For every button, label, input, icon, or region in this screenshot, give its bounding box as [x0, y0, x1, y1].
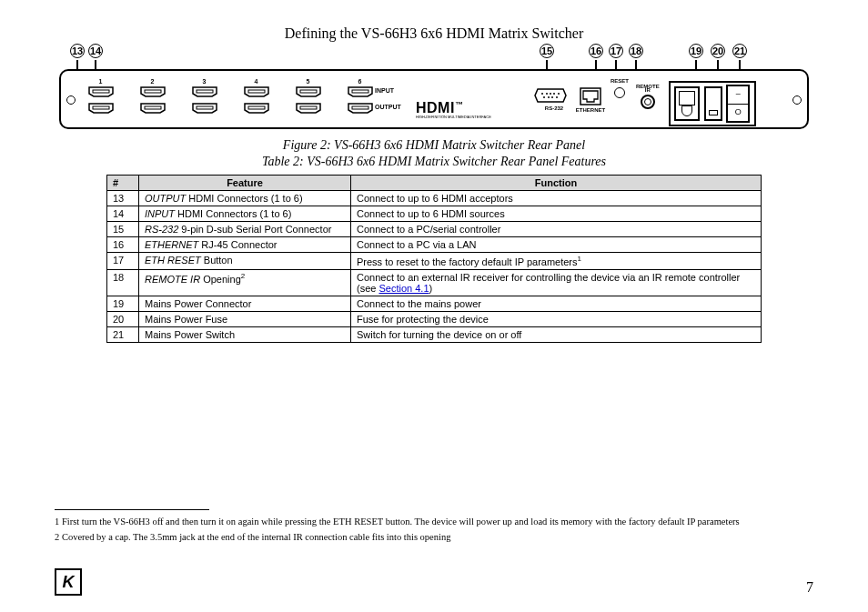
cell-function: Connect to an external IR receiver for c…	[351, 269, 762, 296]
page-number: 7	[806, 579, 813, 596]
cell-num: 21	[107, 326, 139, 342]
callout-20: 20	[711, 44, 725, 58]
callout-14: 14	[88, 44, 103, 58]
cell-function: Switch for turning the device on or off	[351, 326, 762, 342]
col-header-function: Function	[351, 176, 762, 191]
port-num-1: 1	[79, 78, 122, 85]
cell-function: Fuse for protecting the device	[351, 311, 762, 326]
table-row: 20Mains Power FuseFuse for protecting th…	[107, 311, 762, 326]
port-num-3: 3	[183, 78, 226, 85]
reset-button-icon	[614, 87, 625, 98]
svg-point-16	[558, 93, 560, 95]
table-row: 15RS-232 9-pin D-sub Serial Port Connect…	[107, 222, 762, 237]
footnote-separator	[55, 509, 209, 510]
svg-rect-10	[352, 90, 368, 93]
callout-16: 16	[589, 44, 603, 58]
hdmi-input-6	[348, 86, 373, 97]
svg-rect-6	[248, 90, 265, 93]
port-num-6: 6	[338, 78, 381, 85]
svg-rect-7	[248, 106, 265, 109]
svg-rect-2	[145, 90, 161, 93]
hdmi-input-4	[244, 86, 269, 97]
svg-point-18	[548, 96, 550, 98]
table-row: 13OUTPUT HDMI Connectors (1 to 6)Connect…	[107, 191, 762, 206]
callout-21: 21	[732, 44, 747, 58]
cell-num: 16	[107, 237, 139, 253]
svg-point-20	[556, 96, 558, 98]
rs232-label: RS-232	[534, 105, 574, 111]
svg-rect-9	[300, 106, 317, 109]
rs232-port-icon	[534, 87, 567, 104]
remote-ir-opening-icon	[641, 95, 655, 109]
features-table: # Feature Function 13OUTPUT HDMI Connect…	[106, 175, 762, 343]
ethernet-label: ETHERNET	[574, 107, 607, 113]
cell-num: 19	[107, 296, 139, 311]
hdmi-input-2	[140, 86, 166, 97]
cell-num: 18	[107, 269, 139, 296]
brand-logo: K	[55, 568, 82, 596]
callout-13: 13	[70, 44, 85, 58]
svg-point-19	[551, 96, 553, 98]
cell-function: Connect to a PC/serial controller	[351, 222, 762, 237]
port-num-2: 2	[131, 78, 174, 85]
svg-rect-5	[197, 106, 213, 109]
callout-18: 18	[629, 44, 643, 58]
output-row-label: OUTPUT	[375, 102, 401, 118]
cell-num: 17	[107, 253, 139, 270]
hdmi-output-4	[244, 103, 269, 114]
cell-feature: INPUT HDMI Connectors (1 to 6)	[139, 206, 351, 222]
svg-point-17	[543, 96, 545, 98]
cell-feature: Mains Power Switch	[139, 326, 351, 342]
svg-rect-3	[145, 106, 161, 109]
svg-rect-0	[93, 90, 109, 93]
svg-point-15	[553, 93, 555, 95]
rear-panel-diagram: 1 2 3 4 5 6 INPUT OUTPUT HDMI™ HIGH-DEFI…	[59, 69, 809, 129]
hdmi-input-1	[88, 86, 114, 97]
col-header-num: #	[107, 176, 139, 191]
col-header-feature: Feature	[139, 176, 351, 191]
cell-num: 20	[107, 311, 139, 326]
callout-17: 17	[609, 44, 623, 58]
table-row: 14INPUT HDMI Connectors (1 to 6)Connect …	[107, 206, 762, 222]
cell-feature: OUTPUT HDMI Connectors (1 to 6)	[139, 191, 351, 206]
mains-power-connector-icon	[674, 86, 700, 121]
port-num-4: 4	[235, 78, 278, 85]
section-link[interactable]: Section 4.1	[378, 283, 429, 294]
callout-leaders	[59, 60, 809, 69]
port-num-5: 5	[287, 78, 329, 85]
cell-function: Connect to the mains power	[351, 296, 762, 311]
reset-label: RESET	[611, 78, 629, 84]
cell-num: 15	[107, 222, 139, 237]
cell-feature: ETHERNET RJ-45 Connector	[139, 237, 351, 253]
callout-19: 19	[689, 44, 703, 58]
figure-caption: Figure 2: VS-66H3 6x6 HDMI Matrix Switch…	[55, 138, 813, 153]
callout-15: 15	[540, 44, 554, 58]
table-row: 21Mains Power SwitchSwitch for turning t…	[107, 326, 762, 342]
cell-feature: REMOTE IR Opening2	[139, 269, 351, 296]
table-row: 16ETHERNET RJ-45 ConnectorConnect to a P…	[107, 237, 762, 253]
svg-rect-11	[352, 106, 368, 109]
mains-fuse-icon	[704, 86, 722, 121]
cell-feature: Mains Power Fuse	[139, 311, 351, 326]
hdmi-output-3	[192, 103, 217, 114]
svg-rect-4	[197, 90, 213, 93]
svg-rect-1	[93, 106, 109, 109]
hdmi-output-6	[348, 103, 373, 114]
hdmi-output-1	[88, 103, 114, 114]
table-row: 19Mains Power ConnectorConnect to the ma…	[107, 296, 762, 311]
callout-row: 13 14 15 16 17 18 19 20 21	[59, 44, 809, 60]
ethernet-port-icon	[580, 87, 601, 105]
table-caption: Table 2: VS-66H3 6x6 HDMI Matrix Switche…	[55, 155, 813, 169]
hdmi-output-2	[140, 103, 166, 114]
power-block: – O	[669, 81, 756, 126]
hdmi-logo: HDMI™ HIGH-DEFINITION MULTIMEDIA INTERFA…	[416, 100, 491, 119]
hdmi-input-5	[296, 86, 321, 97]
svg-point-12	[541, 93, 543, 95]
cell-feature: ETH RESET Button	[139, 253, 351, 270]
footnote-1: 1 First turn the VS-66H3 off and then tu…	[55, 515, 813, 529]
page-header-title: Defining the VS-66H3 6x6 HDMI Matrix Swi…	[55, 25, 813, 42]
mains-switch-icon: – O	[726, 85, 750, 123]
cell-feature: Mains Power Connector	[139, 296, 351, 311]
hdmi-input-3	[192, 86, 217, 97]
cell-num: 14	[107, 206, 139, 222]
